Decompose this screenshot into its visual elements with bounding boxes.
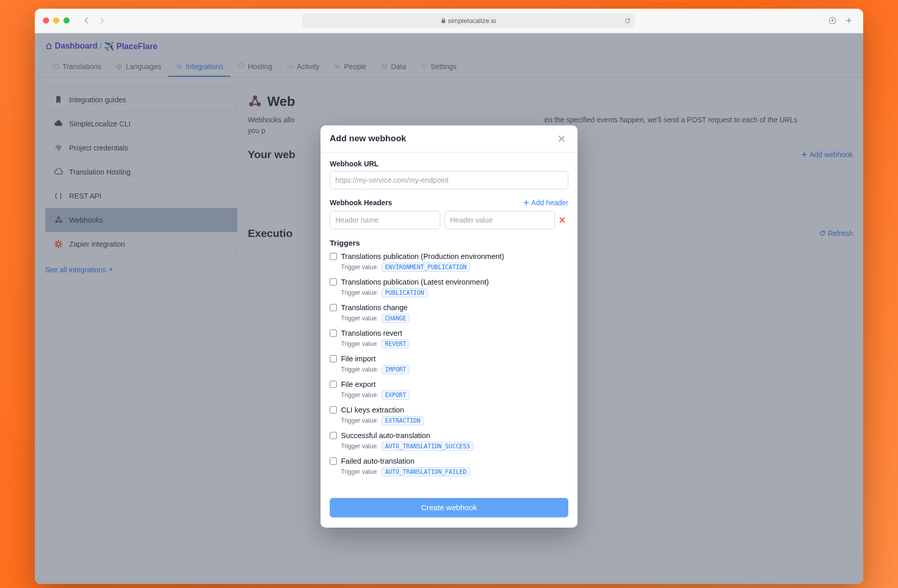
- trigger-value-code: REVERT: [381, 339, 410, 349]
- close-icon: [559, 217, 565, 223]
- modal-close-button[interactable]: [558, 135, 568, 142]
- remove-header-button[interactable]: [559, 217, 568, 223]
- trigger-name: File import: [341, 355, 376, 363]
- trigger-checkbox[interactable]: [330, 253, 337, 260]
- modal-title: Add new webhook: [330, 134, 406, 144]
- add-header-button[interactable]: Add header: [523, 199, 568, 207]
- app-content: Dashboard / ✈️ PlaceFlare Translations L…: [35, 33, 863, 584]
- nav-arrows: [80, 14, 109, 27]
- add-header-label: Add header: [531, 199, 568, 207]
- trigger-value-label: Trigger value:: [341, 289, 378, 296]
- webhook-url-input[interactable]: [330, 171, 568, 189]
- webhook-url-label: Webhook URL: [330, 160, 568, 168]
- trigger-item: Translations publication (Production env…: [330, 252, 568, 272]
- trigger-item: Translations changeTrigger value:CHANGE: [330, 303, 568, 323]
- trigger-checkbox[interactable]: [330, 355, 337, 362]
- modal-header: Add new webhook: [320, 125, 578, 153]
- trigger-value-code: PUBLICATION: [381, 288, 427, 297]
- trigger-name: Failed auto-translation: [341, 457, 414, 465]
- trigger-name: Translations change: [341, 303, 408, 312]
- trigger-value-code: AUTO_TRANSLATION_FAILED: [381, 467, 470, 476]
- maximize-window-button[interactable]: [63, 17, 70, 24]
- back-button[interactable]: [80, 14, 92, 27]
- trigger-name: Translations publication (Production env…: [341, 252, 504, 260]
- webhook-headers-label: Webhook Headers: [330, 199, 392, 207]
- trigger-item: Failed auto-translationTrigger value:AUT…: [330, 457, 568, 476]
- header-value-input[interactable]: [444, 211, 555, 229]
- trigger-item: File exportTrigger value:EXPORT: [330, 380, 568, 400]
- trigger-value-label: Trigger value:: [341, 340, 378, 347]
- header-name-input[interactable]: [330, 211, 440, 229]
- trigger-checkbox[interactable]: [330, 381, 337, 388]
- trigger-value-code: EXPORT: [381, 390, 410, 400]
- trigger-item: Successful auto-translationTrigger value…: [330, 431, 568, 451]
- create-webhook-button[interactable]: Create webhook: [330, 498, 568, 517]
- downloads-icon[interactable]: [828, 16, 839, 25]
- trigger-name: Successful auto-translation: [341, 431, 430, 440]
- close-window-button[interactable]: [43, 17, 49, 24]
- trigger-name: CLI keys extraction: [341, 406, 404, 414]
- reload-icon[interactable]: [624, 17, 631, 24]
- trigger-checkbox[interactable]: [330, 406, 337, 413]
- trigger-checkbox[interactable]: [330, 278, 337, 286]
- trigger-value-code: IMPORT: [381, 365, 410, 374]
- minimize-window-button[interactable]: [53, 17, 59, 24]
- trigger-checkbox[interactable]: [330, 458, 337, 465]
- plus-icon: [523, 200, 529, 206]
- browser-window: simplelocalize.io Dashboard / ✈️ PlaceFl…: [35, 9, 863, 584]
- traffic-lights: [43, 17, 70, 24]
- trigger-value-label: Trigger value:: [341, 468, 378, 475]
- forward-button[interactable]: [96, 14, 109, 27]
- url-host: simplelocalize.io: [448, 17, 497, 25]
- close-icon: [558, 135, 565, 142]
- trigger-checkbox[interactable]: [330, 304, 337, 311]
- modal-body: Webhook URL Webhook Headers Add header: [320, 153, 578, 492]
- trigger-value-label: Trigger value:: [341, 315, 378, 322]
- trigger-value-code: EXTRACTION: [381, 416, 424, 425]
- trigger-item: Translations revertTrigger value:REVERT: [330, 329, 568, 349]
- trigger-value-code: CHANGE: [381, 314, 410, 323]
- trigger-item: CLI keys extractionTrigger value:EXTRACT…: [330, 406, 568, 425]
- trigger-item: Translations publication (Latest environ…: [330, 278, 568, 297]
- chrome-right-controls: [828, 16, 855, 25]
- triggers-list: Translations publication (Production env…: [330, 252, 568, 476]
- triggers-label: Triggers: [330, 238, 568, 247]
- add-webhook-modal: Add new webhook Webhook URL Webhook Head…: [320, 125, 578, 528]
- trigger-item: File importTrigger value:IMPORT: [330, 355, 568, 374]
- trigger-name: Translations revert: [341, 329, 402, 337]
- trigger-checkbox[interactable]: [330, 432, 337, 439]
- trigger-checkbox[interactable]: [330, 330, 337, 337]
- svg-rect-0: [441, 20, 445, 23]
- browser-chrome: simplelocalize.io: [35, 9, 863, 33]
- trigger-value-label: Trigger value:: [341, 391, 378, 399]
- lock-icon: [441, 17, 446, 24]
- trigger-value-code: AUTO_TRANSLATION_SUCCESS: [381, 442, 474, 451]
- trigger-value-label: Trigger value:: [341, 264, 378, 271]
- trigger-value-code: ENVIRONMENT_PUBLICATION: [381, 263, 470, 272]
- trigger-value-label: Trigger value:: [341, 443, 378, 450]
- trigger-value-label: Trigger value:: [341, 366, 378, 373]
- url-bar[interactable]: simplelocalize.io: [302, 13, 635, 28]
- trigger-name: Translations publication (Latest environ…: [341, 278, 489, 286]
- new-tab-icon[interactable]: [845, 16, 855, 25]
- trigger-value-label: Trigger value:: [341, 417, 378, 424]
- trigger-name: File export: [341, 380, 376, 388]
